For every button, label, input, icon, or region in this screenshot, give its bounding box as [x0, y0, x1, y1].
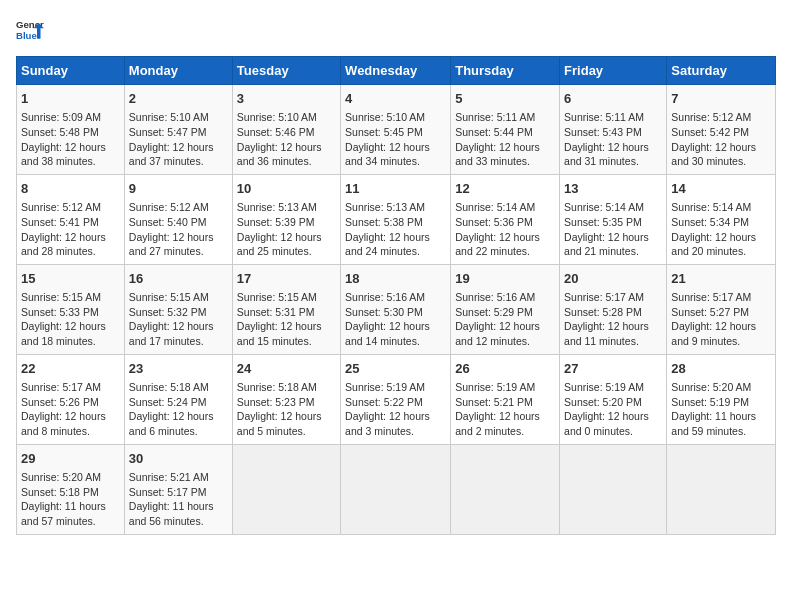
day-number: 23: [129, 360, 228, 378]
day-number: 14: [671, 180, 771, 198]
day-info: Sunrise: 5:17 AM Sunset: 5:28 PM Dayligh…: [564, 290, 662, 349]
day-info: Sunrise: 5:15 AM Sunset: 5:32 PM Dayligh…: [129, 290, 228, 349]
weekday-header-row: SundayMondayTuesdayWednesdayThursdayFrid…: [17, 57, 776, 85]
day-info: Sunrise: 5:14 AM Sunset: 5:34 PM Dayligh…: [671, 200, 771, 259]
day-info: Sunrise: 5:11 AM Sunset: 5:44 PM Dayligh…: [455, 110, 555, 169]
calendar-cell: 1Sunrise: 5:09 AM Sunset: 5:48 PM Daylig…: [17, 85, 125, 175]
calendar-cell: 9Sunrise: 5:12 AM Sunset: 5:40 PM Daylig…: [124, 174, 232, 264]
day-info: Sunrise: 5:10 AM Sunset: 5:47 PM Dayligh…: [129, 110, 228, 169]
calendar-cell: 6Sunrise: 5:11 AM Sunset: 5:43 PM Daylig…: [560, 85, 667, 175]
calendar-table: SundayMondayTuesdayWednesdayThursdayFrid…: [16, 56, 776, 535]
day-number: 18: [345, 270, 446, 288]
calendar-cell: 27Sunrise: 5:19 AM Sunset: 5:20 PM Dayli…: [560, 354, 667, 444]
calendar-cell: [451, 444, 560, 534]
day-number: 6: [564, 90, 662, 108]
day-info: Sunrise: 5:19 AM Sunset: 5:22 PM Dayligh…: [345, 380, 446, 439]
calendar-cell: 16Sunrise: 5:15 AM Sunset: 5:32 PM Dayli…: [124, 264, 232, 354]
day-number: 20: [564, 270, 662, 288]
day-number: 27: [564, 360, 662, 378]
day-info: Sunrise: 5:16 AM Sunset: 5:30 PM Dayligh…: [345, 290, 446, 349]
day-number: 21: [671, 270, 771, 288]
weekday-header-thursday: Thursday: [451, 57, 560, 85]
svg-text:Blue: Blue: [16, 30, 37, 41]
weekday-header-wednesday: Wednesday: [341, 57, 451, 85]
week-row-3: 15Sunrise: 5:15 AM Sunset: 5:33 PM Dayli…: [17, 264, 776, 354]
day-number: 3: [237, 90, 336, 108]
day-info: Sunrise: 5:13 AM Sunset: 5:39 PM Dayligh…: [237, 200, 336, 259]
page-header: General Blue: [16, 16, 776, 44]
calendar-cell: 13Sunrise: 5:14 AM Sunset: 5:35 PM Dayli…: [560, 174, 667, 264]
day-number: 28: [671, 360, 771, 378]
week-row-5: 29Sunrise: 5:20 AM Sunset: 5:18 PM Dayli…: [17, 444, 776, 534]
calendar-cell: 5Sunrise: 5:11 AM Sunset: 5:44 PM Daylig…: [451, 85, 560, 175]
day-info: Sunrise: 5:09 AM Sunset: 5:48 PM Dayligh…: [21, 110, 120, 169]
logo-icon: General Blue: [16, 16, 44, 44]
calendar-cell: 2Sunrise: 5:10 AM Sunset: 5:47 PM Daylig…: [124, 85, 232, 175]
calendar-cell: 8Sunrise: 5:12 AM Sunset: 5:41 PM Daylig…: [17, 174, 125, 264]
calendar-cell: 4Sunrise: 5:10 AM Sunset: 5:45 PM Daylig…: [341, 85, 451, 175]
calendar-cell: 7Sunrise: 5:12 AM Sunset: 5:42 PM Daylig…: [667, 85, 776, 175]
day-info: Sunrise: 5:10 AM Sunset: 5:45 PM Dayligh…: [345, 110, 446, 169]
day-info: Sunrise: 5:17 AM Sunset: 5:26 PM Dayligh…: [21, 380, 120, 439]
calendar-cell: [667, 444, 776, 534]
weekday-header-monday: Monday: [124, 57, 232, 85]
calendar-cell: 23Sunrise: 5:18 AM Sunset: 5:24 PM Dayli…: [124, 354, 232, 444]
day-number: 1: [21, 90, 120, 108]
calendar-cell: 10Sunrise: 5:13 AM Sunset: 5:39 PM Dayli…: [232, 174, 340, 264]
day-info: Sunrise: 5:15 AM Sunset: 5:33 PM Dayligh…: [21, 290, 120, 349]
day-info: Sunrise: 5:18 AM Sunset: 5:23 PM Dayligh…: [237, 380, 336, 439]
day-info: Sunrise: 5:11 AM Sunset: 5:43 PM Dayligh…: [564, 110, 662, 169]
calendar-cell: 14Sunrise: 5:14 AM Sunset: 5:34 PM Dayli…: [667, 174, 776, 264]
calendar-cell: 30Sunrise: 5:21 AM Sunset: 5:17 PM Dayli…: [124, 444, 232, 534]
calendar-cell: 21Sunrise: 5:17 AM Sunset: 5:27 PM Dayli…: [667, 264, 776, 354]
calendar-cell: 25Sunrise: 5:19 AM Sunset: 5:22 PM Dayli…: [341, 354, 451, 444]
calendar-cell: 20Sunrise: 5:17 AM Sunset: 5:28 PM Dayli…: [560, 264, 667, 354]
weekday-header-friday: Friday: [560, 57, 667, 85]
calendar-cell: 28Sunrise: 5:20 AM Sunset: 5:19 PM Dayli…: [667, 354, 776, 444]
day-info: Sunrise: 5:20 AM Sunset: 5:18 PM Dayligh…: [21, 470, 120, 529]
calendar-cell: 15Sunrise: 5:15 AM Sunset: 5:33 PM Dayli…: [17, 264, 125, 354]
calendar-cell: [341, 444, 451, 534]
calendar-cell: 24Sunrise: 5:18 AM Sunset: 5:23 PM Dayli…: [232, 354, 340, 444]
day-info: Sunrise: 5:20 AM Sunset: 5:19 PM Dayligh…: [671, 380, 771, 439]
day-number: 12: [455, 180, 555, 198]
day-info: Sunrise: 5:16 AM Sunset: 5:29 PM Dayligh…: [455, 290, 555, 349]
calendar-cell: 18Sunrise: 5:16 AM Sunset: 5:30 PM Dayli…: [341, 264, 451, 354]
day-number: 8: [21, 180, 120, 198]
day-number: 7: [671, 90, 771, 108]
day-info: Sunrise: 5:12 AM Sunset: 5:40 PM Dayligh…: [129, 200, 228, 259]
day-info: Sunrise: 5:12 AM Sunset: 5:42 PM Dayligh…: [671, 110, 771, 169]
day-number: 19: [455, 270, 555, 288]
day-number: 9: [129, 180, 228, 198]
day-number: 16: [129, 270, 228, 288]
day-info: Sunrise: 5:12 AM Sunset: 5:41 PM Dayligh…: [21, 200, 120, 259]
day-info: Sunrise: 5:18 AM Sunset: 5:24 PM Dayligh…: [129, 380, 228, 439]
day-number: 25: [345, 360, 446, 378]
day-number: 17: [237, 270, 336, 288]
calendar-cell: 19Sunrise: 5:16 AM Sunset: 5:29 PM Dayli…: [451, 264, 560, 354]
day-number: 5: [455, 90, 555, 108]
day-info: Sunrise: 5:21 AM Sunset: 5:17 PM Dayligh…: [129, 470, 228, 529]
day-info: Sunrise: 5:19 AM Sunset: 5:21 PM Dayligh…: [455, 380, 555, 439]
weekday-header-sunday: Sunday: [17, 57, 125, 85]
day-number: 26: [455, 360, 555, 378]
logo: General Blue: [16, 16, 44, 44]
calendar-cell: 17Sunrise: 5:15 AM Sunset: 5:31 PM Dayli…: [232, 264, 340, 354]
day-info: Sunrise: 5:10 AM Sunset: 5:46 PM Dayligh…: [237, 110, 336, 169]
weekday-header-tuesday: Tuesday: [232, 57, 340, 85]
day-number: 4: [345, 90, 446, 108]
day-info: Sunrise: 5:13 AM Sunset: 5:38 PM Dayligh…: [345, 200, 446, 259]
day-number: 13: [564, 180, 662, 198]
week-row-1: 1Sunrise: 5:09 AM Sunset: 5:48 PM Daylig…: [17, 85, 776, 175]
day-info: Sunrise: 5:14 AM Sunset: 5:35 PM Dayligh…: [564, 200, 662, 259]
day-info: Sunrise: 5:19 AM Sunset: 5:20 PM Dayligh…: [564, 380, 662, 439]
day-number: 29: [21, 450, 120, 468]
calendar-cell: 26Sunrise: 5:19 AM Sunset: 5:21 PM Dayli…: [451, 354, 560, 444]
calendar-cell: [232, 444, 340, 534]
day-number: 10: [237, 180, 336, 198]
day-number: 11: [345, 180, 446, 198]
day-info: Sunrise: 5:17 AM Sunset: 5:27 PM Dayligh…: [671, 290, 771, 349]
day-number: 2: [129, 90, 228, 108]
calendar-cell: 11Sunrise: 5:13 AM Sunset: 5:38 PM Dayli…: [341, 174, 451, 264]
week-row-2: 8Sunrise: 5:12 AM Sunset: 5:41 PM Daylig…: [17, 174, 776, 264]
